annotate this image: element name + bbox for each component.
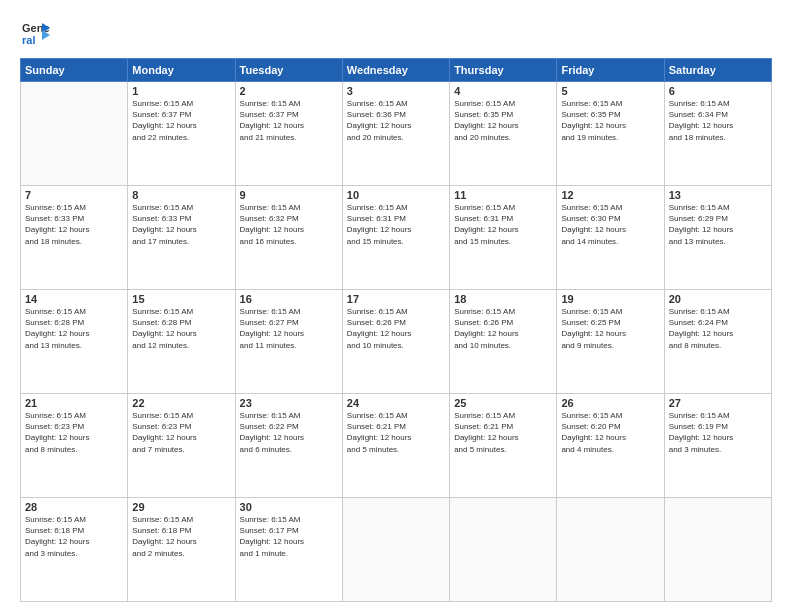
calendar-cell: 21Sunrise: 6:15 AM Sunset: 6:23 PM Dayli…	[21, 394, 128, 498]
weekday-header-sunday: Sunday	[21, 59, 128, 82]
day-number: 2	[240, 85, 338, 97]
calendar-cell: 3Sunrise: 6:15 AM Sunset: 6:36 PM Daylig…	[342, 82, 449, 186]
calendar-cell: 14Sunrise: 6:15 AM Sunset: 6:28 PM Dayli…	[21, 290, 128, 394]
day-number: 15	[132, 293, 230, 305]
calendar-table: SundayMondayTuesdayWednesdayThursdayFrid…	[20, 58, 772, 602]
calendar-cell: 9Sunrise: 6:15 AM Sunset: 6:32 PM Daylig…	[235, 186, 342, 290]
day-info: Sunrise: 6:15 AM Sunset: 6:18 PM Dayligh…	[132, 514, 230, 559]
day-info: Sunrise: 6:15 AM Sunset: 6:24 PM Dayligh…	[669, 306, 767, 351]
weekday-header-monday: Monday	[128, 59, 235, 82]
day-number: 20	[669, 293, 767, 305]
calendar-cell: 22Sunrise: 6:15 AM Sunset: 6:23 PM Dayli…	[128, 394, 235, 498]
day-number: 14	[25, 293, 123, 305]
calendar-cell: 1Sunrise: 6:15 AM Sunset: 6:37 PM Daylig…	[128, 82, 235, 186]
day-number: 10	[347, 189, 445, 201]
day-number: 6	[669, 85, 767, 97]
week-row-4: 21Sunrise: 6:15 AM Sunset: 6:23 PM Dayli…	[21, 394, 772, 498]
day-number: 18	[454, 293, 552, 305]
calendar-cell: 5Sunrise: 6:15 AM Sunset: 6:35 PM Daylig…	[557, 82, 664, 186]
calendar-cell: 16Sunrise: 6:15 AM Sunset: 6:27 PM Dayli…	[235, 290, 342, 394]
calendar-cell: 24Sunrise: 6:15 AM Sunset: 6:21 PM Dayli…	[342, 394, 449, 498]
week-row-2: 7Sunrise: 6:15 AM Sunset: 6:33 PM Daylig…	[21, 186, 772, 290]
day-number: 25	[454, 397, 552, 409]
day-info: Sunrise: 6:15 AM Sunset: 6:30 PM Dayligh…	[561, 202, 659, 247]
day-info: Sunrise: 6:15 AM Sunset: 6:33 PM Dayligh…	[132, 202, 230, 247]
day-number: 5	[561, 85, 659, 97]
day-number: 1	[132, 85, 230, 97]
day-number: 8	[132, 189, 230, 201]
day-info: Sunrise: 6:15 AM Sunset: 6:18 PM Dayligh…	[25, 514, 123, 559]
day-info: Sunrise: 6:15 AM Sunset: 6:17 PM Dayligh…	[240, 514, 338, 559]
day-info: Sunrise: 6:15 AM Sunset: 6:35 PM Dayligh…	[454, 98, 552, 143]
calendar-cell: 8Sunrise: 6:15 AM Sunset: 6:33 PM Daylig…	[128, 186, 235, 290]
day-info: Sunrise: 6:15 AM Sunset: 6:35 PM Dayligh…	[561, 98, 659, 143]
day-number: 22	[132, 397, 230, 409]
weekday-header-tuesday: Tuesday	[235, 59, 342, 82]
day-number: 4	[454, 85, 552, 97]
calendar-cell: 17Sunrise: 6:15 AM Sunset: 6:26 PM Dayli…	[342, 290, 449, 394]
calendar-cell	[21, 82, 128, 186]
calendar-cell: 23Sunrise: 6:15 AM Sunset: 6:22 PM Dayli…	[235, 394, 342, 498]
day-info: Sunrise: 6:15 AM Sunset: 6:36 PM Dayligh…	[347, 98, 445, 143]
calendar-cell	[342, 498, 449, 602]
day-info: Sunrise: 6:15 AM Sunset: 6:19 PM Dayligh…	[669, 410, 767, 455]
day-info: Sunrise: 6:15 AM Sunset: 6:20 PM Dayligh…	[561, 410, 659, 455]
day-info: Sunrise: 6:15 AM Sunset: 6:29 PM Dayligh…	[669, 202, 767, 247]
calendar-cell: 26Sunrise: 6:15 AM Sunset: 6:20 PM Dayli…	[557, 394, 664, 498]
day-info: Sunrise: 6:15 AM Sunset: 6:21 PM Dayligh…	[454, 410, 552, 455]
day-info: Sunrise: 6:15 AM Sunset: 6:31 PM Dayligh…	[454, 202, 552, 247]
day-info: Sunrise: 6:15 AM Sunset: 6:22 PM Dayligh…	[240, 410, 338, 455]
calendar-cell: 15Sunrise: 6:15 AM Sunset: 6:28 PM Dayli…	[128, 290, 235, 394]
day-number: 13	[669, 189, 767, 201]
day-info: Sunrise: 6:15 AM Sunset: 6:27 PM Dayligh…	[240, 306, 338, 351]
weekday-header-thursday: Thursday	[450, 59, 557, 82]
day-number: 19	[561, 293, 659, 305]
calendar-cell: 12Sunrise: 6:15 AM Sunset: 6:30 PM Dayli…	[557, 186, 664, 290]
calendar-cell: 25Sunrise: 6:15 AM Sunset: 6:21 PM Dayli…	[450, 394, 557, 498]
day-info: Sunrise: 6:15 AM Sunset: 6:28 PM Dayligh…	[132, 306, 230, 351]
logo: Gene ral	[20, 18, 54, 48]
day-number: 12	[561, 189, 659, 201]
day-info: Sunrise: 6:15 AM Sunset: 6:23 PM Dayligh…	[25, 410, 123, 455]
week-row-1: 1Sunrise: 6:15 AM Sunset: 6:37 PM Daylig…	[21, 82, 772, 186]
calendar-cell: 6Sunrise: 6:15 AM Sunset: 6:34 PM Daylig…	[664, 82, 771, 186]
calendar-cell: 2Sunrise: 6:15 AM Sunset: 6:37 PM Daylig…	[235, 82, 342, 186]
day-info: Sunrise: 6:15 AM Sunset: 6:25 PM Dayligh…	[561, 306, 659, 351]
day-info: Sunrise: 6:15 AM Sunset: 6:26 PM Dayligh…	[454, 306, 552, 351]
day-number: 24	[347, 397, 445, 409]
day-number: 28	[25, 501, 123, 513]
svg-text:ral: ral	[22, 34, 35, 46]
week-row-5: 28Sunrise: 6:15 AM Sunset: 6:18 PM Dayli…	[21, 498, 772, 602]
calendar-cell: 10Sunrise: 6:15 AM Sunset: 6:31 PM Dayli…	[342, 186, 449, 290]
calendar-cell: 13Sunrise: 6:15 AM Sunset: 6:29 PM Dayli…	[664, 186, 771, 290]
calendar-cell: 7Sunrise: 6:15 AM Sunset: 6:33 PM Daylig…	[21, 186, 128, 290]
calendar-cell: 11Sunrise: 6:15 AM Sunset: 6:31 PM Dayli…	[450, 186, 557, 290]
day-info: Sunrise: 6:15 AM Sunset: 6:23 PM Dayligh…	[132, 410, 230, 455]
day-info: Sunrise: 6:15 AM Sunset: 6:32 PM Dayligh…	[240, 202, 338, 247]
day-number: 3	[347, 85, 445, 97]
day-number: 17	[347, 293, 445, 305]
page-header: Gene ral	[20, 18, 772, 48]
weekday-header-saturday: Saturday	[664, 59, 771, 82]
week-row-3: 14Sunrise: 6:15 AM Sunset: 6:28 PM Dayli…	[21, 290, 772, 394]
weekday-header-wednesday: Wednesday	[342, 59, 449, 82]
weekday-header-friday: Friday	[557, 59, 664, 82]
day-info: Sunrise: 6:15 AM Sunset: 6:37 PM Dayligh…	[132, 98, 230, 143]
calendar-cell: 19Sunrise: 6:15 AM Sunset: 6:25 PM Dayli…	[557, 290, 664, 394]
calendar-cell	[664, 498, 771, 602]
day-info: Sunrise: 6:15 AM Sunset: 6:31 PM Dayligh…	[347, 202, 445, 247]
day-number: 9	[240, 189, 338, 201]
calendar-cell	[450, 498, 557, 602]
logo-icon: Gene ral	[20, 18, 50, 48]
day-number: 16	[240, 293, 338, 305]
calendar-cell: 18Sunrise: 6:15 AM Sunset: 6:26 PM Dayli…	[450, 290, 557, 394]
day-number: 26	[561, 397, 659, 409]
calendar-cell: 27Sunrise: 6:15 AM Sunset: 6:19 PM Dayli…	[664, 394, 771, 498]
calendar-cell: 4Sunrise: 6:15 AM Sunset: 6:35 PM Daylig…	[450, 82, 557, 186]
calendar-cell: 28Sunrise: 6:15 AM Sunset: 6:18 PM Dayli…	[21, 498, 128, 602]
day-number: 21	[25, 397, 123, 409]
calendar-cell: 29Sunrise: 6:15 AM Sunset: 6:18 PM Dayli…	[128, 498, 235, 602]
calendar-cell: 30Sunrise: 6:15 AM Sunset: 6:17 PM Dayli…	[235, 498, 342, 602]
calendar-cell: 20Sunrise: 6:15 AM Sunset: 6:24 PM Dayli…	[664, 290, 771, 394]
day-number: 11	[454, 189, 552, 201]
